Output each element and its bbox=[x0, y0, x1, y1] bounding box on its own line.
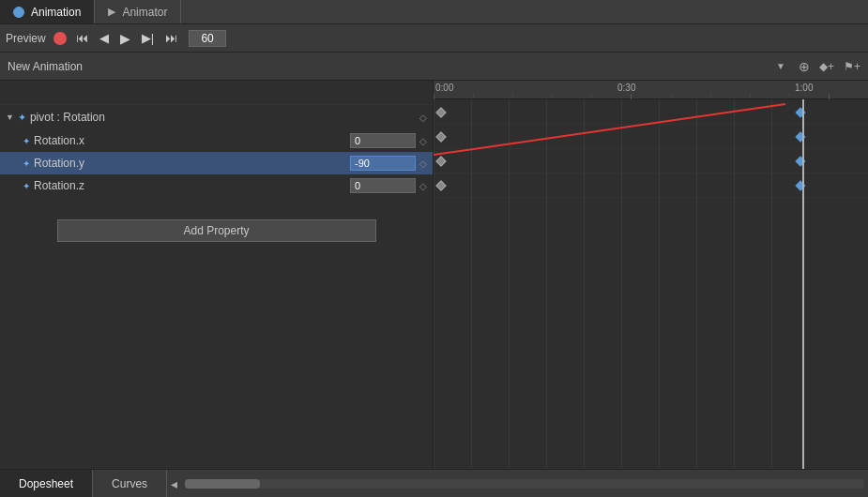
animation-tab-icon bbox=[13, 7, 24, 18]
dopesheet-label: Dopesheet bbox=[19, 477, 73, 490]
ruler-label-0: 0:00 bbox=[435, 83, 453, 93]
expand-arrow-icon: ▼ bbox=[6, 113, 14, 122]
anim-set-icon[interactable]: ⚑+ bbox=[844, 60, 860, 73]
next-frame-button[interactable]: ▶| bbox=[138, 29, 158, 47]
keyframe-ry-0[interactable] bbox=[435, 156, 446, 166]
grid-line-5 bbox=[621, 99, 622, 469]
animation-name: New Animation bbox=[8, 60, 770, 73]
rotation-z-keyframe-btn[interactable]: ◇ bbox=[419, 181, 427, 191]
main-area: ▼ ✦ pivot : Rotation ◇ ✦ Rotation.x 0 ◇ … bbox=[0, 81, 868, 469]
svg-line-1 bbox=[434, 104, 785, 158]
rotation-x-icon: ✦ bbox=[23, 136, 30, 146]
skip-end-button[interactable]: ⏭ bbox=[161, 29, 181, 47]
pivot-icon: ✦ bbox=[18, 112, 26, 124]
rotation-z-row[interactable]: ✦ Rotation.z 0 ◇ bbox=[0, 174, 433, 197]
rotation-z-icon: ✦ bbox=[23, 181, 30, 191]
grid-line-6 bbox=[659, 99, 660, 469]
rotation-x-input[interactable]: 0 bbox=[350, 133, 416, 148]
rotation-x-label: Rotation.x bbox=[34, 134, 346, 147]
left-panel: ▼ ✦ pivot : Rotation ◇ ✦ Rotation.x 0 ◇ … bbox=[0, 81, 434, 469]
rotation-y-row[interactable]: ✦ Rotation.y ◇ bbox=[0, 152, 433, 174]
dopesheet-tab[interactable]: Dopesheet bbox=[0, 470, 93, 497]
tab-animation[interactable]: Animation bbox=[0, 0, 95, 23]
curves-tab[interactable]: Curves bbox=[93, 470, 167, 497]
skip-start-button[interactable]: ⏮ bbox=[72, 29, 92, 47]
add-property-container: Add Property bbox=[0, 197, 433, 251]
timeline-panel[interactable]: 0:00 0:30 1:00 bbox=[434, 81, 868, 469]
toolbar: Preview ⏮ ◀ ▶ ▶| ⏭ 60 bbox=[0, 24, 868, 53]
ruler-label-100: 1:00 bbox=[795, 83, 813, 93]
keyframe-rz-0[interactable] bbox=[435, 180, 446, 190]
frame-input[interactable]: 60 bbox=[189, 30, 226, 47]
rotation-y-label: Rotation.y bbox=[34, 157, 346, 170]
group-keyframe-btn[interactable]: ◇ bbox=[419, 113, 427, 123]
grid-line-4 bbox=[584, 99, 585, 469]
playhead-line bbox=[802, 99, 804, 469]
animator-tab-icon: ▶ bbox=[108, 6, 115, 18]
animation-tab-label: Animation bbox=[31, 6, 81, 19]
prev-frame-button[interactable]: ◀ bbox=[96, 29, 113, 47]
record-button[interactable] bbox=[53, 32, 67, 45]
ruler-label-30: 0:30 bbox=[617, 83, 635, 93]
rotation-y-keyframe-btn[interactable]: ◇ bbox=[419, 158, 427, 169]
scroll-left-icon[interactable]: ◂ bbox=[167, 476, 181, 491]
grid-line-9 bbox=[771, 99, 772, 469]
animator-tab-label: Animator bbox=[122, 6, 167, 19]
preview-label: Preview bbox=[6, 32, 46, 45]
timeline-ruler: 0:00 0:30 1:00 bbox=[434, 81, 868, 99]
bottom-bar: Dopesheet Curves ◂ bbox=[0, 469, 868, 497]
rotation-x-row[interactable]: ✦ Rotation.x 0 ◇ bbox=[0, 129, 433, 152]
rotation-z-label: Rotation.z bbox=[34, 179, 346, 192]
keyframe-rx-0[interactable] bbox=[435, 131, 446, 142]
rotation-x-keyframe-btn[interactable]: ◇ bbox=[419, 136, 427, 146]
tab-bar: Animation ▶ Animator bbox=[0, 0, 868, 24]
timeline-scrollbar[interactable] bbox=[185, 479, 864, 489]
property-group-header[interactable]: ▼ ✦ pivot : Rotation ◇ bbox=[0, 105, 433, 129]
group-name: pivot : Rotation bbox=[30, 111, 416, 124]
add-key-icon[interactable]: ◆+ bbox=[819, 60, 834, 73]
scroll-thumb[interactable] bbox=[185, 479, 260, 489]
add-property-button[interactable]: Add Property bbox=[57, 219, 376, 242]
grid-line-2 bbox=[509, 99, 510, 469]
grid-line-0 bbox=[434, 99, 434, 469]
tab-animator[interactable]: ▶ Animator bbox=[95, 0, 181, 23]
crosshair-icon[interactable]: ⊕ bbox=[799, 59, 810, 74]
spacer-row-top bbox=[0, 81, 433, 105]
rotation-y-input[interactable] bbox=[350, 156, 416, 171]
rotation-z-input[interactable]: 0 bbox=[350, 178, 416, 193]
grid-line-7 bbox=[696, 99, 697, 469]
grid-line-1 bbox=[471, 99, 472, 469]
dropdown-arrow-icon[interactable]: ▼ bbox=[776, 61, 785, 71]
rotation-y-icon: ✦ bbox=[23, 158, 30, 169]
grid-line-3 bbox=[546, 99, 547, 469]
grid-line-8 bbox=[734, 99, 735, 469]
curves-label: Curves bbox=[112, 477, 147, 490]
play-button[interactable]: ▶ bbox=[116, 29, 134, 48]
keyframe-group-0[interactable] bbox=[435, 107, 446, 117]
animation-name-row: New Animation ▼ ⊕ ◆+ ⚑+ bbox=[0, 53, 868, 81]
timeline-content bbox=[434, 99, 868, 469]
